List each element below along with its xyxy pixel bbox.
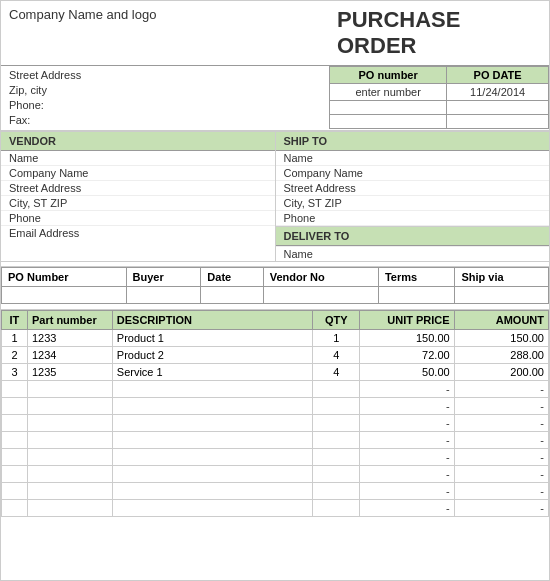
- item-part[interactable]: 1234: [27, 347, 112, 364]
- fax-row: Fax:: [9, 113, 321, 128]
- empty-desc: [112, 432, 312, 449]
- item-it[interactable]: 2: [2, 347, 28, 364]
- item-desc[interactable]: Product 1: [112, 330, 312, 347]
- fax-label: Fax:: [9, 114, 30, 126]
- col-unit-price: UNIT PRICE: [360, 311, 454, 330]
- empty-unit-price: -: [360, 483, 454, 500]
- po-info-col-date: Date: [201, 268, 263, 287]
- empty-qty: [313, 483, 360, 500]
- po-info-ship-via-val[interactable]: [455, 287, 549, 304]
- empty-unit-price: -: [360, 398, 454, 415]
- empty-amount: -: [454, 483, 548, 500]
- empty-it: [2, 500, 28, 517]
- empty-desc: [112, 483, 312, 500]
- po-info-po-number-val[interactable]: [2, 287, 127, 304]
- item-desc[interactable]: Service 1: [112, 364, 312, 381]
- po-info-buyer-val[interactable]: [126, 287, 201, 304]
- po-number-header: PO number: [330, 67, 447, 84]
- street-address: Street Address: [9, 68, 321, 83]
- po-info-row: [2, 287, 549, 304]
- empty-part: [27, 432, 112, 449]
- phone-row: Phone:: [9, 98, 321, 113]
- address-section: Street Address Zip, city Phone: Fax: PO …: [1, 66, 549, 131]
- item-amount[interactable]: 150.00: [454, 330, 548, 347]
- col-description: DESCRIPTION: [112, 311, 312, 330]
- shipto-phone: Phone: [276, 211, 550, 226]
- empty-it: [2, 432, 28, 449]
- empty-qty: [313, 466, 360, 483]
- vendor-street: Street Address: [1, 181, 275, 196]
- empty-it: [2, 466, 28, 483]
- company-info: Company Name and logo: [1, 1, 329, 65]
- items-empty-row: - -: [2, 483, 549, 500]
- empty-amount: -: [454, 500, 548, 517]
- shipto-header: SHIP TO: [276, 132, 550, 151]
- empty-it: [2, 381, 28, 398]
- item-amount[interactable]: 200.00: [454, 364, 548, 381]
- po-info-col-po-number: PO Number: [2, 268, 127, 287]
- shipto-street: Street Address: [276, 181, 550, 196]
- empty-amount: -: [454, 449, 548, 466]
- col-part-number: Part number: [27, 311, 112, 330]
- col-qty: QTY: [313, 311, 360, 330]
- item-unit-price[interactable]: 50.00: [360, 364, 454, 381]
- item-part[interactable]: 1233: [27, 330, 112, 347]
- po-number-value[interactable]: enter number: [330, 84, 447, 101]
- shipto-name: Name: [276, 151, 550, 166]
- empty-amount: -: [454, 466, 548, 483]
- po-info-vendor-no-val[interactable]: [263, 287, 378, 304]
- item-qty[interactable]: 4: [313, 364, 360, 381]
- item-part[interactable]: 1235: [27, 364, 112, 381]
- shipto-company: Company Name: [276, 166, 550, 181]
- empty-qty: [313, 449, 360, 466]
- item-unit-price[interactable]: 150.00: [360, 330, 454, 347]
- vendor-email: Email Address: [1, 226, 275, 240]
- vendor-city: City, ST ZIP: [1, 196, 275, 211]
- items-empty-row: - -: [2, 432, 549, 449]
- po-title-area: PURCHASE ORDER: [329, 1, 549, 65]
- empty-unit-price: -: [360, 381, 454, 398]
- po-info-col-buyer: Buyer: [126, 268, 201, 287]
- empty-part: [27, 500, 112, 517]
- empty-part: [27, 398, 112, 415]
- vendor-ship-section: VENDOR Name Company Name Street Address …: [1, 131, 549, 261]
- item-it[interactable]: 3: [2, 364, 28, 381]
- items-empty-row: - -: [2, 466, 549, 483]
- empty-it: [2, 449, 28, 466]
- empty-unit-price: -: [360, 449, 454, 466]
- po-info-date-val[interactable]: [201, 287, 263, 304]
- shipto-city: City, ST ZIP: [276, 196, 550, 211]
- empty-qty: [313, 398, 360, 415]
- item-unit-price[interactable]: 72.00: [360, 347, 454, 364]
- items-row: 2 1234 Product 2 4 72.00 288.00: [2, 347, 549, 364]
- vendor-name: Name: [1, 151, 275, 166]
- po-date-value[interactable]: 11/24/2014: [447, 84, 549, 101]
- items-empty-row: - -: [2, 500, 549, 517]
- po-meta-table: PO number PO DATE enter number 11/24/201…: [329, 66, 549, 129]
- po-date-header: PO DATE: [447, 67, 549, 84]
- po-info-terms-val[interactable]: [378, 287, 455, 304]
- deliver-name: Name: [276, 247, 550, 261]
- item-qty[interactable]: 1: [313, 330, 360, 347]
- empty-desc: [112, 381, 312, 398]
- empty-it: [2, 415, 28, 432]
- items-empty-row: - -: [2, 381, 549, 398]
- vendor-block: VENDOR Name Company Name Street Address …: [1, 132, 276, 261]
- empty-part: [27, 483, 112, 500]
- item-amount[interactable]: 288.00: [454, 347, 548, 364]
- empty-amount: -: [454, 398, 548, 415]
- col-it: IT: [2, 311, 28, 330]
- items-row: 1 1233 Product 1 1 150.00 150.00: [2, 330, 549, 347]
- zip-city: Zip, city: [9, 83, 321, 98]
- address-left: Street Address Zip, city Phone: Fax:: [1, 66, 329, 130]
- empty-desc: [112, 449, 312, 466]
- empty-desc: [112, 466, 312, 483]
- item-desc[interactable]: Product 2: [112, 347, 312, 364]
- items-empty-row: - -: [2, 415, 549, 432]
- po-info-col-terms: Terms: [378, 268, 455, 287]
- item-qty[interactable]: 4: [313, 347, 360, 364]
- empty-part: [27, 415, 112, 432]
- empty-part: [27, 381, 112, 398]
- empty-it: [2, 483, 28, 500]
- item-it[interactable]: 1: [2, 330, 28, 347]
